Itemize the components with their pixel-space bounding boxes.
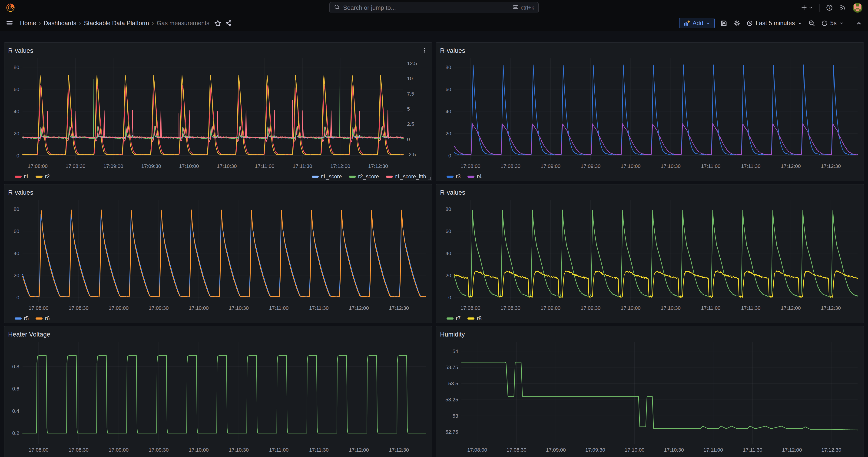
panel-header: R-values <box>4 184 432 197</box>
svg-text:17:08:00: 17:08:00 <box>29 305 49 311</box>
svg-text:17:09:30: 17:09:30 <box>149 447 169 453</box>
legend-label: r2_score <box>358 174 379 180</box>
panel-r-values-3: R-values 02040608017:08:0017:08:3017:09:… <box>4 184 432 323</box>
svg-text:17:10:00: 17:10:00 <box>621 305 641 311</box>
svg-text:0: 0 <box>448 295 451 301</box>
new-button[interactable] <box>800 4 813 11</box>
zoom-out-button[interactable] <box>808 20 815 27</box>
panel-title[interactable]: Heater Voltage <box>8 331 50 338</box>
panel-title[interactable]: R-values <box>8 47 33 54</box>
panel-r-values-2: R-values 02040608017:08:0017:08:3017:09:… <box>436 42 864 181</box>
svg-text:40: 40 <box>14 109 19 115</box>
legend: r3r4 <box>436 171 864 181</box>
time-series-chart[interactable]: 02040608017:08:0017:08:3017:09:0017:09:3… <box>4 55 432 171</box>
legend-label: r1 <box>24 174 29 180</box>
refresh-interval-label: 5s <box>830 20 837 27</box>
panel-r-values-1: R-values 02040608017:08:0017:08:3017:09:… <box>4 42 432 181</box>
breadcrumb-home[interactable]: Home <box>20 20 36 27</box>
legend-item-r1_score[interactable]: r1_score <box>312 174 342 180</box>
svg-text:53: 53 <box>453 413 458 419</box>
svg-text:17:11:30: 17:11:30 <box>293 163 312 169</box>
add-panel-icon <box>683 20 690 27</box>
panel-title[interactable]: R-values <box>440 47 465 54</box>
legend-swatch <box>467 317 474 319</box>
svg-text:80: 80 <box>445 206 451 212</box>
svg-text:17:09:00: 17:09:00 <box>109 305 129 311</box>
svg-text:0.2: 0.2 <box>12 430 19 436</box>
svg-text:7.5: 7.5 <box>407 91 414 97</box>
time-series-chart[interactable]: 0.20.40.60.817:08:0017:08:3017:09:0017:0… <box>4 339 432 454</box>
panel-menu-icon[interactable] <box>422 47 428 54</box>
time-series-chart[interactable]: 52.755353.2553.553.755417:08:0017:08:301… <box>436 339 864 454</box>
svg-text:54: 54 <box>453 348 458 354</box>
time-range-picker[interactable]: Last 5 minutes <box>746 20 802 27</box>
svg-text:17:08:30: 17:08:30 <box>500 305 521 311</box>
collapse-toolbar-button[interactable] <box>856 20 862 27</box>
svg-text:17:10:30: 17:10:30 <box>229 447 249 453</box>
svg-text:17:10:00: 17:10:00 <box>621 163 641 169</box>
time-series-chart[interactable]: 02040608017:08:0017:08:3017:09:0017:09:3… <box>436 197 864 312</box>
time-series-chart[interactable]: 02040608017:08:0017:08:3017:09:0017:09:3… <box>4 197 432 312</box>
svg-text:17:12:30: 17:12:30 <box>389 447 409 453</box>
help-button[interactable]: ? <box>826 4 833 11</box>
legend-item-r7[interactable]: r7 <box>446 315 461 322</box>
legend-item-r2_score[interactable]: r2_score <box>349 174 379 180</box>
svg-text:17:12:00: 17:12:00 <box>349 305 369 311</box>
global-search[interactable]: ctrl+k <box>330 2 538 13</box>
legend-item-r4[interactable]: r4 <box>467 174 482 180</box>
legend-item-r3[interactable]: r3 <box>446 174 461 180</box>
svg-text:40: 40 <box>445 109 451 115</box>
svg-text:17:09:00: 17:09:00 <box>546 447 566 453</box>
save-dashboard-button[interactable] <box>720 20 727 27</box>
panel-title[interactable]: R-values <box>8 189 33 196</box>
legend-item-r1_score_lttb[interactable]: r1_score_lttb <box>386 174 426 180</box>
panel-title[interactable]: R-values <box>440 189 465 196</box>
news-button[interactable] <box>839 4 847 11</box>
svg-text:0: 0 <box>17 153 19 159</box>
refresh-button[interactable]: 5s <box>821 20 844 27</box>
search-shortcut: ctrl+k <box>512 4 534 12</box>
legend-item-r1[interactable]: r1 <box>14 174 29 180</box>
svg-text:20: 20 <box>445 131 451 136</box>
svg-text:17:10:00: 17:10:00 <box>625 447 645 453</box>
add-panel-button[interactable]: Add <box>679 18 715 28</box>
grafana-logo-icon[interactable] <box>6 3 16 12</box>
svg-text:17:08:00: 17:08:00 <box>461 305 480 311</box>
legend-swatch <box>446 317 454 319</box>
svg-text:17:11:30: 17:11:30 <box>741 305 761 311</box>
legend-swatch <box>446 176 454 178</box>
panel-resize-handle[interactable] <box>428 177 431 180</box>
svg-text:17:09:30: 17:09:30 <box>149 305 169 311</box>
legend: humidity <box>436 454 864 457</box>
keyboard-icon <box>512 4 519 12</box>
menu-toggle-button[interactable] <box>6 19 13 27</box>
svg-text:17:12:30: 17:12:30 <box>821 305 841 311</box>
legend-item-r6[interactable]: r6 <box>36 315 50 322</box>
legend-item-r5[interactable]: r5 <box>14 315 29 322</box>
svg-text:53.25: 53.25 <box>445 397 458 403</box>
legend-label: r2 <box>45 174 50 180</box>
dashboard-settings-button[interactable] <box>733 20 741 27</box>
plus-icon <box>800 4 808 11</box>
breadcrumb-current-dashboard[interactable]: Gas measurements <box>157 20 210 27</box>
share-button[interactable] <box>225 20 232 27</box>
panel-header: Heater Voltage <box>4 326 432 339</box>
user-avatar[interactable] <box>852 3 862 12</box>
chevron-down-icon <box>808 5 813 10</box>
legend: r7r8 <box>436 312 864 323</box>
panel-title[interactable]: Humidity <box>440 331 465 338</box>
svg-text:17:12:30: 17:12:30 <box>821 163 841 169</box>
time-series-chart[interactable]: 02040608017:08:0017:08:3017:09:0017:09:3… <box>436 55 864 171</box>
favorite-star-button[interactable] <box>214 20 221 27</box>
nav-divider <box>819 4 820 12</box>
svg-text:-2.5: -2.5 <box>407 152 416 157</box>
breadcrumb-separator: › <box>152 20 154 27</box>
svg-text:60: 60 <box>14 87 19 92</box>
search-input[interactable] <box>343 4 509 11</box>
zoom-out-icon <box>808 20 815 27</box>
breadcrumb-dashboards[interactable]: Dashboards <box>44 20 76 27</box>
breadcrumb-folder[interactable]: Stackable Data Platform <box>84 20 149 27</box>
legend-item-r2[interactable]: r2 <box>36 174 50 180</box>
legend-item-r8[interactable]: r8 <box>467 315 482 322</box>
dashboard-grid: R-values 02040608017:08:0017:08:3017:09:… <box>0 31 868 457</box>
